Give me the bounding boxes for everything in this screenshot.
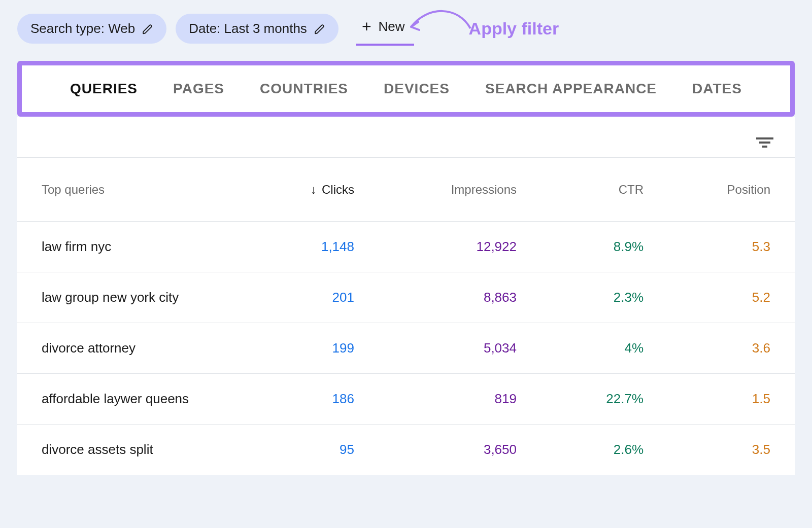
new-filter-button[interactable]: + New <box>356 11 414 46</box>
date-range-chip[interactable]: Date: Last 3 months <box>176 14 339 44</box>
impressions-cell: 5,034 <box>354 340 517 356</box>
table-row[interactable]: law firm nyc 1,148 12,922 8.9% 5.3 <box>17 221 795 272</box>
ctr-cell: 2.3% <box>517 290 644 305</box>
pencil-icon <box>314 23 325 34</box>
query-cell: law firm nyc <box>42 239 243 255</box>
position-cell: 3.6 <box>644 340 770 356</box>
query-cell: affordable laywer queens <box>42 391 243 407</box>
tab-countries[interactable]: COUNTRIES <box>260 81 348 97</box>
clicks-cell: 199 <box>243 340 354 356</box>
tab-devices[interactable]: DEVICES <box>384 81 450 97</box>
ctr-cell: 2.6% <box>517 442 644 457</box>
table-header: Top queries ↓ Clicks Impressions CTR Pos… <box>17 157 795 221</box>
impressions-cell: 3,650 <box>354 442 517 457</box>
annotation: Apply filter <box>469 19 559 39</box>
table-card: Top queries ↓ Clicks Impressions CTR Pos… <box>17 117 795 475</box>
query-cell: law group new york city <box>42 290 243 305</box>
tab-queries[interactable]: QUERIES <box>70 81 138 97</box>
filter-bar: Search type: Web Date: Last 3 months + N… <box>0 0 812 61</box>
table-toolbar <box>17 117 795 157</box>
col-position[interactable]: Position <box>644 183 770 197</box>
clicks-cell: 1,148 <box>243 239 354 255</box>
impressions-cell: 8,863 <box>354 290 517 305</box>
table-row[interactable]: divorce assets split 95 3,650 2.6% 3.5 <box>17 424 795 475</box>
clicks-cell: 186 <box>243 391 354 407</box>
clicks-cell: 201 <box>243 290 354 305</box>
col-ctr[interactable]: CTR <box>517 183 644 197</box>
new-filter-label: New <box>379 19 405 34</box>
table-row[interactable]: law group new york city 201 8,863 2.3% 5… <box>17 272 795 323</box>
impressions-cell: 12,922 <box>354 239 517 255</box>
sort-desc-icon: ↓ <box>311 183 317 197</box>
query-cell: divorce assets split <box>42 442 243 457</box>
plus-icon: + <box>362 18 371 34</box>
search-type-label: Search type: Web <box>30 21 135 37</box>
annotation-arrow-icon <box>407 6 473 36</box>
tabs-bar: QUERIES PAGES COUNTRIES DEVICES SEARCH A… <box>17 61 795 117</box>
tab-dates[interactable]: DATES <box>692 81 742 97</box>
tab-pages[interactable]: PAGES <box>173 81 224 97</box>
col-impressions[interactable]: Impressions <box>354 183 517 197</box>
col-clicks-label: Clicks <box>322 183 354 197</box>
filter-icon[interactable] <box>756 135 773 150</box>
annotation-text: Apply filter <box>469 19 559 39</box>
position-cell: 3.5 <box>644 442 770 457</box>
query-cell: divorce attorney <box>42 340 243 356</box>
impressions-cell: 819 <box>354 391 517 407</box>
ctr-cell: 8.9% <box>517 239 644 255</box>
pencil-icon <box>142 23 153 34</box>
clicks-cell: 95 <box>243 442 354 457</box>
table-row[interactable]: divorce attorney 199 5,034 4% 3.6 <box>17 323 795 373</box>
position-cell: 5.3 <box>644 239 770 255</box>
col-clicks[interactable]: ↓ Clicks <box>243 183 354 197</box>
tab-search-appearance[interactable]: SEARCH APPEARANCE <box>485 81 657 97</box>
ctr-cell: 4% <box>517 340 644 356</box>
ctr-cell: 22.7% <box>517 391 644 407</box>
date-range-label: Date: Last 3 months <box>189 21 307 37</box>
search-type-chip[interactable]: Search type: Web <box>17 14 166 44</box>
col-top-queries[interactable]: Top queries <box>42 183 243 197</box>
table-row[interactable]: affordable laywer queens 186 819 22.7% 1… <box>17 373 795 424</box>
position-cell: 5.2 <box>644 290 770 305</box>
position-cell: 1.5 <box>644 391 770 407</box>
